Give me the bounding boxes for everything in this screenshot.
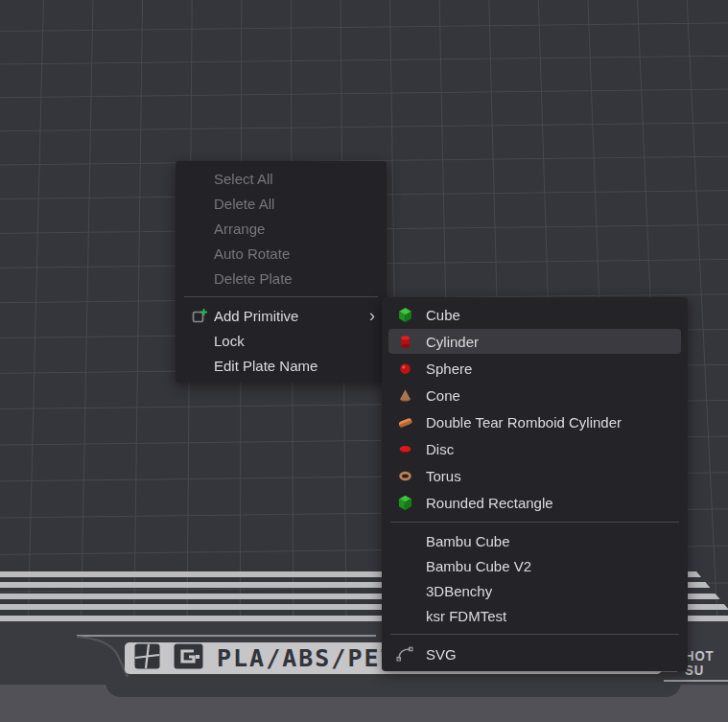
sphere-icon [393,361,416,377]
add-primitive-icon [185,308,214,324]
menu-item-select-all: Select All [176,166,387,191]
menu-item-label: Select All [214,171,387,187]
torus-icon [393,468,416,484]
viewport-3d[interactable]: PLA/ABS/PETG HOT SU Select AllDelete All… [0,0,728,722]
bambu-lab-logo [134,643,160,673]
svg-bezier-icon [393,646,416,663]
menu-item-add-primitive[interactable]: Add Primitive› [176,303,387,328]
menu-item-cone[interactable]: Cone [382,382,688,408]
menu-item-delete-plate: Delete Plate [176,266,387,291]
menu-item-delete-all: Delete All [176,191,387,216]
menu-item-label: Disc [426,441,688,457]
menu-item-double-tear-romboid-cylinder[interactable]: Double Tear Romboid Cylinder [382,408,688,435]
menu-item-label: SVG [426,646,688,663]
menu-item-arrange: Arrange [176,216,387,241]
menu-item-3dbenchy[interactable]: 3DBenchy [382,578,688,603]
cone-icon [393,387,416,404]
menu-item-lock[interactable]: Lock [176,328,387,353]
cylinder-icon [393,334,416,350]
menu-item-label: Bambu Cube V2 [426,558,688,574]
menu-item-sphere[interactable]: Sphere [382,355,688,382]
menu-item-ksr-fdmtest[interactable]: ksr FDMTest [382,603,688,628]
menu-item-label: Sphere [426,361,688,377]
menu-item-label: Add Primitive [214,308,369,324]
menu-item-disc[interactable]: Disc [382,435,688,462]
menu-item-label: Rounded Rectangle [426,495,688,511]
menu-item-label: Delete All [214,196,387,212]
menu-item-label: Lock [214,333,387,349]
menu-item-label: Auto Rotate [214,245,387,262]
menu-item-label: ksr FDMTest [426,608,688,624]
menu-item-label: Arrange [214,221,387,237]
handy-logo [174,643,203,673]
plate-context-menu: Select AllDelete AllArrangeAuto RotateDe… [176,161,387,383]
menu-separator [390,522,679,523]
hot-surface-warning-text: HOT SU [685,648,715,677]
chevron-right-icon: › [369,307,375,324]
menu-item-label: 3DBenchy [426,583,688,599]
menu-item-label: Delete Plate [214,270,387,287]
rounded-rectangle-icon [393,495,416,511]
cube-icon [393,307,416,323]
menu-item-cube[interactable]: Cube [382,301,688,328]
plate-edge-line [664,680,728,682]
menu-item-label: Cone [426,387,688,404]
menu-item-cylinder[interactable]: Cylinder [382,328,688,355]
menu-item-auto-rotate: Auto Rotate [176,241,387,266]
menu-item-rounded-rectangle[interactable]: Rounded Rectangle [382,489,688,516]
menu-separator [390,634,679,635]
menu-item-label: Edit Plate Name [214,358,387,374]
menu-item-label: Torus [426,468,688,484]
menu-item-label: Bambu Cube [426,533,688,549]
menu-item-torus[interactable]: Torus [382,462,688,489]
menu-item-label: Double Tear Romboid Cylinder [426,414,688,431]
menu-item-svg[interactable]: SVG [382,640,688,667]
menu-item-bambu-cube-v2[interactable]: Bambu Cube V2 [382,553,688,578]
menu-item-edit-plate-name[interactable]: Edit Plate Name [176,353,387,378]
menu-separator [184,296,378,297]
menu-item-bambu-cube[interactable]: Bambu Cube [382,528,688,553]
disc-icon [393,441,416,457]
add-primitive-submenu: CubeCylinderSphereConeDouble Tear Romboi… [382,297,688,671]
romboid-cylinder-icon [393,414,416,431]
menu-item-label: Cube [426,307,688,323]
menu-item-label: Cylinder [426,334,688,350]
